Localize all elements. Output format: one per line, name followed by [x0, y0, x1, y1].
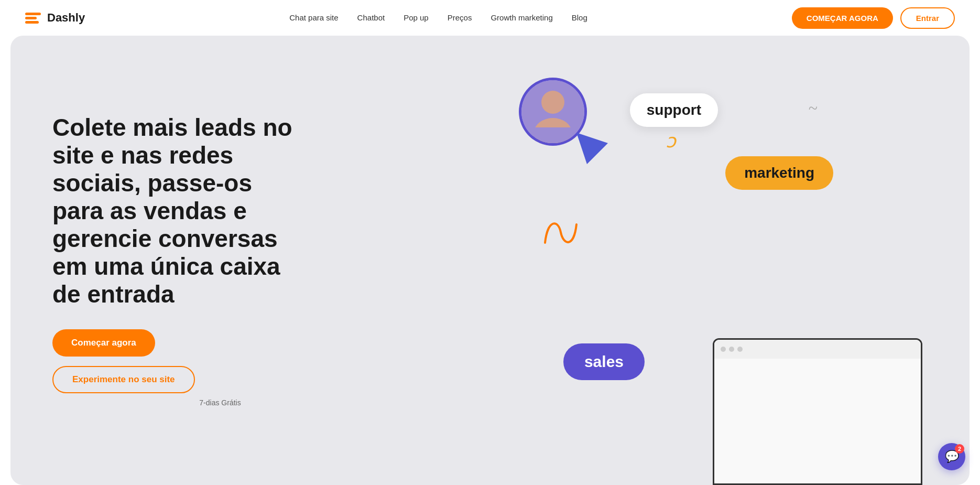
hero-trial-button[interactable]: Experimente no seu site [52, 366, 195, 393]
nav-start-button[interactable]: COMEÇAR AGORA [792, 7, 893, 29]
svg-point-3 [521, 80, 584, 143]
dot3 [737, 347, 743, 352]
nav-link-growth-marketing[interactable]: Growth marketing [491, 13, 552, 22]
device-screen-body: Dave 11:00 AM ✕ [714, 359, 921, 483]
svg-point-4 [541, 91, 564, 114]
avatar-person-svg [521, 80, 584, 143]
squiggle-svg [540, 214, 582, 251]
notification-badge: 2 [955, 444, 964, 454]
trial-text: 7-dias Grátis [52, 398, 293, 407]
device-mockup: Dave 11:00 AM ✕ [681, 286, 954, 485]
svg-rect-1 [25, 17, 37, 19]
hero-cta: Começar agora Experimente no seu site 7-… [52, 329, 293, 407]
support-bubble: support [630, 93, 718, 127]
device-screen-header [714, 340, 921, 359]
sales-label: sales [584, 353, 624, 370]
curl-decoration-yellow: ↄ [666, 130, 676, 152]
hero-start-button[interactable]: Começar agora [52, 329, 155, 357]
logo[interactable]: Dashly [25, 10, 85, 25]
logo-text: Dashly [47, 11, 85, 25]
hero-illustration: support ↄ ~ marketing [442, 36, 970, 485]
avatar-inner [521, 80, 584, 143]
marketing-bubble: marketing [725, 156, 833, 190]
nav-link-precos[interactable]: Preços [448, 13, 472, 22]
notification-widget[interactable]: 2 💬 [938, 443, 965, 470]
nav-link-blog[interactable]: Blog [572, 13, 587, 22]
marketing-label: marketing [744, 165, 814, 181]
svg-point-5 [534, 118, 572, 143]
hero-title: Colete mais leads no site e nas redes so… [52, 114, 293, 308]
hero-content: Colete mais leads no site e nas redes so… [10, 82, 335, 438]
device-screen: Dave 11:00 AM ✕ [713, 338, 922, 485]
squiggle-decoration [540, 214, 582, 253]
speech-arrow [576, 133, 608, 166]
navbar: Dashly Chat para site Chatbot Pop up Pre… [0, 0, 980, 36]
hero-section: Colete mais leads no site e nas redes so… [10, 36, 970, 485]
support-label: support [647, 102, 701, 118]
nav-actions: COMEÇAR AGORA Entrar [792, 7, 955, 29]
curl-decoration-gray: ~ [809, 99, 818, 118]
logo-icon [25, 10, 43, 25]
dot2 [729, 347, 734, 352]
nav-link-popup[interactable]: Pop up [404, 13, 429, 22]
svg-rect-2 [25, 21, 39, 24]
svg-marker-7 [576, 133, 608, 164]
svg-rect-0 [25, 13, 41, 15]
nav-link-chat-para-site[interactable]: Chat para site [289, 13, 338, 22]
nav-login-button[interactable]: Entrar [900, 7, 955, 29]
avatar [519, 78, 587, 146]
svg-rect-6 [534, 127, 572, 143]
hero-cta-group: Começar agora Experimente no seu site [52, 329, 293, 393]
sales-bubble: sales [563, 343, 645, 380]
arrow-svg [576, 133, 608, 164]
dot1 [721, 347, 726, 352]
nav-links: Chat para site Chatbot Pop up Preços Gro… [289, 13, 587, 23]
nav-link-chatbot[interactable]: Chatbot [357, 13, 385, 22]
